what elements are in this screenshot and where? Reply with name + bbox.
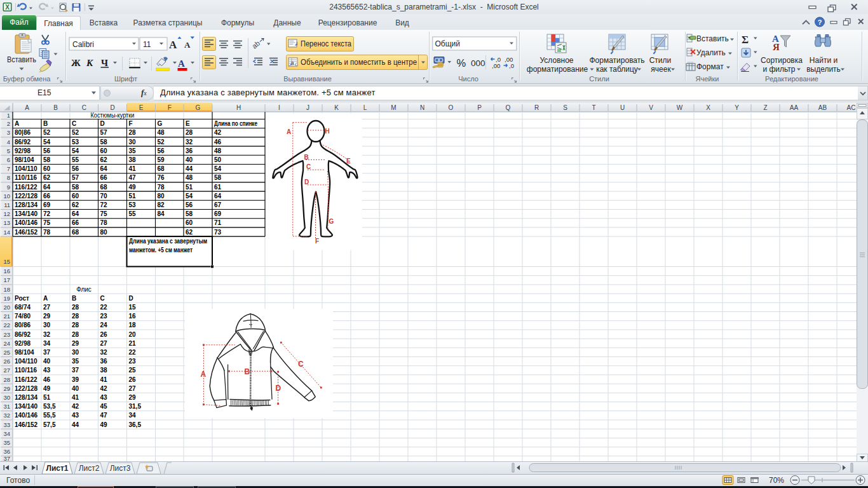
svg-text:Ж: Ж (71, 58, 81, 68)
svg-text:75: 75 (100, 210, 108, 217)
svg-text:46: 46 (214, 139, 222, 146)
svg-text:A: A (25, 104, 29, 111)
svg-text:122/128: 122/128 (15, 193, 38, 200)
svg-text:G: G (196, 104, 201, 111)
svg-text:Флис: Флис (76, 286, 92, 293)
svg-text:134/140: 134/140 (15, 403, 38, 410)
svg-text:8: 8 (7, 174, 10, 181)
svg-text:26: 26 (129, 376, 137, 383)
svg-text:66: 66 (43, 193, 51, 200)
svg-text:54: 54 (43, 139, 51, 146)
svg-text:22: 22 (129, 349, 137, 356)
svg-text:C: C (298, 360, 304, 369)
svg-text:104/110: 104/110 (15, 165, 37, 172)
svg-text:60: 60 (72, 193, 79, 200)
svg-text:28: 28 (72, 322, 79, 329)
svg-text:104/110: 104/110 (15, 358, 37, 365)
svg-text:98/104: 98/104 (15, 349, 34, 356)
svg-text:26: 26 (3, 358, 10, 365)
svg-text:59: 59 (158, 156, 165, 163)
svg-text:21: 21 (3, 313, 10, 320)
svg-text:49: 49 (43, 385, 51, 392)
svg-text:33: 33 (3, 421, 10, 428)
svg-text:A: A (184, 40, 191, 50)
svg-text:36: 36 (100, 358, 108, 365)
svg-text:Q: Q (506, 104, 511, 111)
svg-text:T: T (592, 104, 595, 111)
svg-text:X: X (706, 104, 710, 111)
svg-text:AB: AB (818, 104, 827, 111)
svg-text:Сортировка: Сортировка (761, 56, 803, 65)
svg-text:92/98: 92/98 (15, 340, 31, 347)
svg-text:64: 64 (43, 184, 51, 191)
svg-text:Длина по спинке: Длина по спинке (214, 120, 257, 127)
svg-text:22: 22 (100, 304, 108, 311)
svg-text:Форматировать: Форматировать (589, 56, 644, 65)
svg-text:V: V (649, 104, 653, 111)
svg-text:134/140: 134/140 (15, 210, 38, 217)
svg-text:72: 72 (43, 210, 51, 217)
svg-text:122/128: 122/128 (15, 385, 38, 392)
svg-text:76: 76 (158, 174, 165, 181)
svg-text:Перенос текста: Перенос текста (301, 39, 351, 48)
svg-text:56: 56 (158, 147, 165, 154)
svg-text:48: 48 (186, 174, 193, 181)
svg-text:28: 28 (186, 129, 193, 136)
svg-text:56: 56 (72, 165, 79, 172)
svg-text:AA: AA (790, 104, 799, 111)
svg-text:41: 41 (100, 376, 108, 383)
svg-text:23: 23 (100, 313, 108, 320)
svg-text:58: 58 (186, 210, 193, 217)
svg-text:34: 34 (43, 340, 51, 347)
svg-text:A: A (201, 370, 207, 379)
svg-text:37: 37 (72, 367, 79, 374)
svg-text:16: 16 (129, 313, 137, 320)
svg-text:116/122: 116/122 (15, 376, 37, 383)
svg-text:58: 58 (43, 156, 51, 163)
svg-text:42: 42 (214, 129, 222, 136)
svg-text:22: 22 (3, 322, 10, 329)
svg-text:A: A (43, 295, 48, 302)
svg-text:80|86: 80|86 (15, 129, 31, 136)
svg-text:форматирование: форматирование (527, 65, 588, 74)
svg-text:Лист3: Лист3 (110, 464, 131, 473)
svg-text:Удалить: Удалить (696, 48, 726, 57)
svg-text:55: 55 (129, 210, 137, 217)
svg-text:D: D (110, 104, 114, 111)
svg-text:52: 52 (72, 129, 79, 136)
svg-text:11: 11 (143, 40, 151, 49)
svg-text:56: 56 (43, 147, 51, 154)
svg-text:64: 64 (214, 193, 222, 200)
svg-text:15: 15 (3, 258, 10, 265)
svg-text:F: F (168, 104, 172, 111)
svg-text:38: 38 (100, 367, 108, 374)
svg-text:36: 36 (3, 448, 10, 455)
svg-text:Вставить: Вставить (7, 55, 36, 64)
svg-text:66: 66 (72, 219, 79, 226)
svg-text:30: 30 (129, 139, 137, 146)
svg-text:Y: Y (735, 104, 739, 111)
svg-text:29: 29 (3, 385, 10, 392)
svg-text:13: 13 (3, 219, 10, 226)
svg-text:Вставить: Вставить (696, 34, 729, 43)
svg-text:B: B (304, 154, 309, 161)
svg-text:23: 23 (3, 331, 10, 338)
svg-text:F: F (129, 120, 133, 127)
svg-text:P: P (477, 104, 482, 111)
svg-text:49: 49 (100, 421, 108, 428)
svg-text:18: 18 (129, 322, 137, 329)
svg-text:44: 44 (72, 421, 79, 428)
svg-text:I: I (278, 104, 280, 111)
svg-text:A: A (15, 120, 19, 127)
svg-text:38: 38 (129, 156, 137, 163)
svg-text:55: 55 (72, 156, 79, 163)
svg-text:C: C (72, 120, 76, 127)
svg-text:98/104: 98/104 (15, 156, 34, 163)
svg-text:68/74: 68/74 (15, 304, 31, 311)
svg-text:48: 48 (214, 147, 222, 154)
svg-text:71: 71 (214, 219, 222, 226)
svg-text:H: H (236, 104, 241, 111)
svg-text:7: 7 (7, 165, 10, 172)
svg-text:2: 2 (7, 120, 10, 127)
svg-text:37: 37 (3, 455, 10, 461)
